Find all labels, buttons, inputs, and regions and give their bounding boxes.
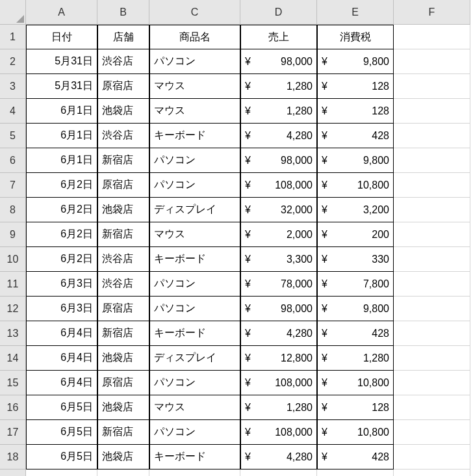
cell-C19[interactable] (149, 469, 240, 476)
cell-store[interactable]: 池袋店 (97, 198, 149, 222)
cell-product[interactable]: パソコン (149, 49, 240, 74)
row-header-5[interactable]: 5 (0, 124, 26, 148)
cell-tax[interactable]: ¥9,800 (317, 148, 394, 173)
cell-tax[interactable]: ¥128 (317, 74, 394, 99)
cell-tax[interactable]: ¥200 (317, 222, 394, 247)
cell-product[interactable]: パソコン (149, 297, 240, 321)
cell-F11[interactable] (394, 272, 470, 297)
cell-D19[interactable] (240, 469, 317, 476)
row-header-10[interactable]: 10 (0, 247, 26, 272)
cell-F7[interactable] (394, 173, 470, 198)
cell-tax[interactable]: ¥428 (317, 445, 394, 469)
cell-store[interactable]: 原宿店 (97, 173, 149, 198)
cell-date[interactable]: 6月4日 (26, 321, 97, 346)
cell-F10[interactable] (394, 247, 470, 272)
cell-sales[interactable]: ¥98,000 (240, 297, 317, 321)
row-header-11[interactable]: 11 (0, 272, 26, 297)
row-header-7[interactable]: 7 (0, 173, 26, 198)
cell-sales[interactable]: ¥78,000 (240, 272, 317, 297)
cell-tax[interactable]: ¥128 (317, 395, 394, 420)
cell-F3[interactable] (394, 74, 470, 99)
cell-sales[interactable]: ¥3,300 (240, 247, 317, 272)
cell-F2[interactable] (394, 49, 470, 74)
cell-F19[interactable] (394, 469, 470, 476)
table-header-store[interactable]: 店舗 (97, 25, 149, 49)
cell-store[interactable]: 渋谷店 (97, 124, 149, 148)
cell-date[interactable]: 6月5日 (26, 395, 97, 420)
column-header-A[interactable]: A (26, 0, 97, 25)
cell-F16[interactable] (394, 395, 470, 420)
row-header-9[interactable]: 9 (0, 222, 26, 247)
cell-store[interactable]: 池袋店 (97, 395, 149, 420)
cell-product[interactable]: パソコン (149, 371, 240, 395)
column-header-C[interactable]: C (149, 0, 240, 25)
cell-store[interactable]: 池袋店 (97, 99, 149, 124)
cell-tax[interactable]: ¥10,800 (317, 371, 394, 395)
cell-date[interactable]: 6月2日 (26, 198, 97, 222)
cell-F9[interactable] (394, 222, 470, 247)
table-header-date[interactable]: 日付 (26, 25, 97, 49)
cell-tax[interactable]: ¥10,800 (317, 420, 394, 445)
row-header-1[interactable]: 1 (0, 25, 26, 49)
cell-store[interactable]: 原宿店 (97, 297, 149, 321)
cell-F12[interactable] (394, 297, 470, 321)
cell-date[interactable]: 6月1日 (26, 148, 97, 173)
cell-date[interactable]: 6月5日 (26, 420, 97, 445)
cell-product[interactable]: マウス (149, 74, 240, 99)
cell-B19[interactable] (97, 469, 149, 476)
cell-date[interactable]: 6月3日 (26, 297, 97, 321)
row-header-13[interactable]: 13 (0, 321, 26, 346)
cell-product[interactable]: キーボード (149, 321, 240, 346)
cell-sales[interactable]: ¥12,800 (240, 346, 317, 371)
row-header-19[interactable]: 19 (0, 469, 26, 476)
column-header-F[interactable]: F (394, 0, 470, 25)
cell-tax[interactable]: ¥1,280 (317, 346, 394, 371)
cell-product[interactable]: マウス (149, 222, 240, 247)
cell-date[interactable]: 6月2日 (26, 247, 97, 272)
cell-product[interactable]: キーボード (149, 247, 240, 272)
cell-sales[interactable]: ¥108,000 (240, 371, 317, 395)
cell-tax[interactable]: ¥330 (317, 247, 394, 272)
cell-sales[interactable]: ¥4,280 (240, 321, 317, 346)
cell-F13[interactable] (394, 321, 470, 346)
table-header-tax[interactable]: 消費税 (317, 25, 394, 49)
cell-date[interactable]: 6月5日 (26, 445, 97, 469)
cell-store[interactable]: 原宿店 (97, 74, 149, 99)
table-header-sales[interactable]: 売上 (240, 25, 317, 49)
cell-F17[interactable] (394, 420, 470, 445)
cell-product[interactable]: パソコン (149, 420, 240, 445)
cell-F8[interactable] (394, 198, 470, 222)
cell-store[interactable]: 池袋店 (97, 346, 149, 371)
cell-tax[interactable]: ¥9,800 (317, 49, 394, 74)
column-header-D[interactable]: D (240, 0, 317, 25)
cell-date[interactable]: 6月3日 (26, 272, 97, 297)
column-header-B[interactable]: B (97, 0, 149, 25)
cell-F4[interactable] (394, 99, 470, 124)
cell-sales[interactable]: ¥1,280 (240, 395, 317, 420)
cell-sales[interactable]: ¥2,000 (240, 222, 317, 247)
row-header-15[interactable]: 15 (0, 371, 26, 395)
cell-F5[interactable] (394, 124, 470, 148)
cell-tax[interactable]: ¥428 (317, 124, 394, 148)
cell-sales[interactable]: ¥4,280 (240, 124, 317, 148)
cell-date[interactable]: 5月31日 (26, 49, 97, 74)
spreadsheet-grid[interactable]: ABCDEF1日付店舗商品名売上消費税25月31日渋谷店パソコン¥98,000¥… (0, 0, 473, 476)
cell-A19[interactable] (26, 469, 97, 476)
cell-sales[interactable]: ¥1,280 (240, 99, 317, 124)
cell-tax[interactable]: ¥3,200 (317, 198, 394, 222)
cell-product[interactable]: パソコン (149, 272, 240, 297)
cell-store[interactable]: 新宿店 (97, 222, 149, 247)
cell-date[interactable]: 6月2日 (26, 222, 97, 247)
cell-tax[interactable]: ¥9,800 (317, 297, 394, 321)
cell-store[interactable]: 渋谷店 (97, 49, 149, 74)
cell-date[interactable]: 6月4日 (26, 371, 97, 395)
column-header-E[interactable]: E (317, 0, 394, 25)
row-header-18[interactable]: 18 (0, 445, 26, 469)
cell-product[interactable]: パソコン (149, 173, 240, 198)
row-header-6[interactable]: 6 (0, 148, 26, 173)
cell-tax[interactable]: ¥428 (317, 321, 394, 346)
select-all-corner[interactable] (0, 0, 26, 25)
cell-sales[interactable]: ¥4,280 (240, 445, 317, 469)
cell-F14[interactable] (394, 346, 470, 371)
row-header-17[interactable]: 17 (0, 420, 26, 445)
